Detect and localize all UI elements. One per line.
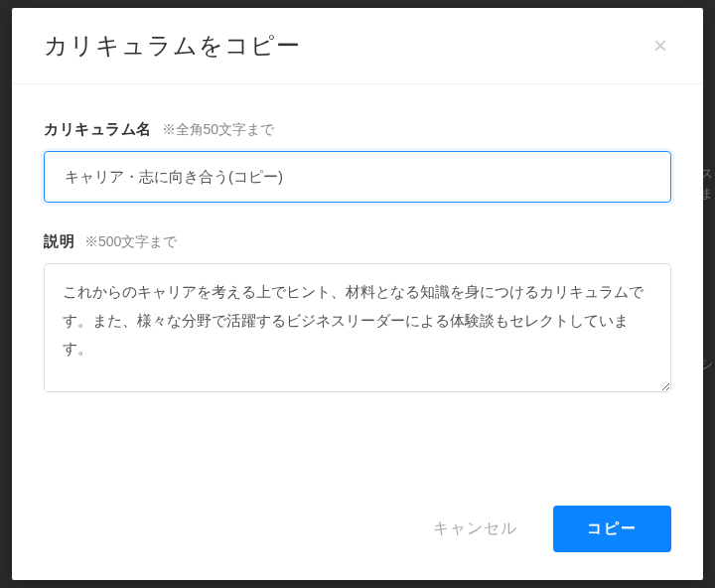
copy-button[interactable]: コピー	[553, 506, 671, 552]
curriculum-name-field-group: カリキュラム名 ※全角50文字まで	[44, 120, 671, 203]
curriculum-name-hint: ※全角50文字まで	[162, 121, 275, 139]
description-field-group: 説明 ※500文字まで	[44, 232, 671, 396]
close-button[interactable]: ×	[645, 30, 675, 62]
cancel-button[interactable]: キャンセル	[417, 507, 533, 551]
copy-curriculum-modal: カリキュラムをコピー × カリキュラム名 ※全角50文字まで 説明 ※500文字…	[12, 8, 703, 580]
curriculum-name-label: カリキュラム名	[44, 120, 152, 139]
field-label-row: 説明 ※500文字まで	[44, 232, 671, 251]
description-textarea[interactable]	[44, 263, 671, 392]
description-hint: ※500文字まで	[84, 233, 177, 251]
description-label: 説明	[44, 232, 74, 251]
modal-body: カリキュラム名 ※全角50文字まで 説明 ※500文字まで	[12, 84, 703, 488]
modal-header: カリキュラムをコピー ×	[12, 8, 703, 84]
modal-footer: キャンセル コピー	[12, 488, 703, 580]
curriculum-name-input[interactable]	[44, 151, 671, 203]
field-label-row: カリキュラム名 ※全角50文字まで	[44, 120, 671, 139]
close-icon: ×	[653, 32, 667, 59]
modal-title: カリキュラムをコピー	[44, 30, 301, 62]
